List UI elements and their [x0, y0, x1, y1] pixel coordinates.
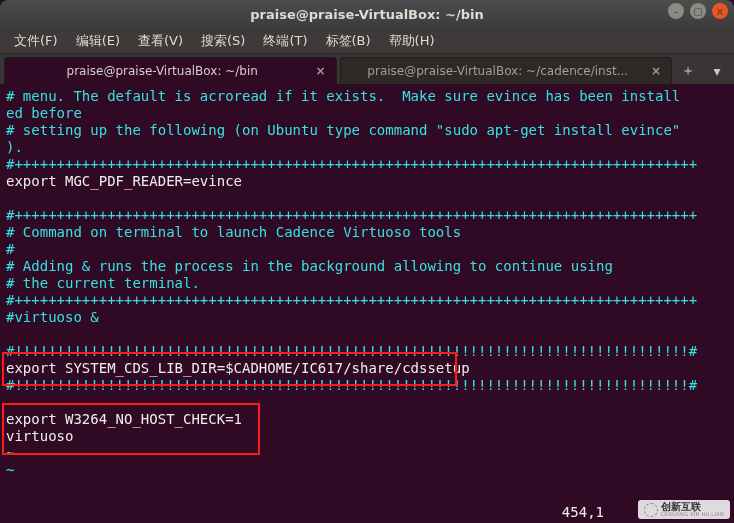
terminal-line: ). — [6, 139, 728, 156]
menu-help[interactable]: 帮助(H) — [381, 30, 443, 52]
watermark-sub: CDXUANG XIN HU LIAN — [661, 512, 724, 517]
menu-view[interactable]: 查看(V) — [130, 30, 191, 52]
window-title: praise@praise-VirtualBox: ~/bin — [250, 7, 483, 22]
terminal-line: # menu. The default is acroread if it ex… — [6, 88, 728, 105]
terminal-line: virtuoso — [6, 428, 728, 445]
maximize-button[interactable]: ▢ — [690, 3, 706, 19]
tab-label: praise@praise-VirtualBox: ~/bin — [15, 64, 309, 78]
terminal-line: #+++++++++++++++++++++++++++++++++++++++… — [6, 207, 728, 224]
terminal-line: #!!!!!!!!!!!!!!!!!!!!!!!!!!!!!!!!!!!!!!!… — [6, 377, 728, 394]
close-icon[interactable]: × — [315, 64, 325, 78]
terminal-line: ed before — [6, 105, 728, 122]
tab-1[interactable]: praise@praise-VirtualBox: ~/bin × — [4, 57, 337, 84]
terminal-line — [6, 394, 728, 411]
terminal-line: # Command on terminal to launch Cadence … — [6, 224, 728, 241]
new-tab-button[interactable]: ＋ — [675, 57, 701, 84]
terminal-line: ~ — [6, 445, 728, 462]
menu-search[interactable]: 搜索(S) — [193, 30, 253, 52]
terminal-line: export MGC_PDF_READER=evince — [6, 173, 728, 190]
terminal-line: ~ — [6, 462, 728, 479]
menu-terminal[interactable]: 终端(T) — [255, 30, 315, 52]
tab-label: praise@praise-VirtualBox: ~/cadence/inst… — [351, 64, 645, 78]
menu-edit[interactable]: 编辑(E) — [68, 30, 128, 52]
menu-bar: 文件(F) 编辑(E) 查看(V) 搜索(S) 终端(T) 标签(B) 帮助(H… — [0, 28, 734, 54]
terminal-line: export W3264_NO_HOST_CHECK=1 — [6, 411, 728, 428]
tab-2[interactable]: praise@praise-VirtualBox: ~/cadence/inst… — [340, 57, 673, 84]
terminal-line: #virtuoso & — [6, 309, 728, 326]
close-button[interactable]: × — [712, 3, 728, 19]
terminal-line: # Adding & runs the process in the backg… — [6, 258, 728, 275]
terminal-line: #+++++++++++++++++++++++++++++++++++++++… — [6, 156, 728, 173]
menu-file[interactable]: 文件(F) — [6, 30, 66, 52]
terminal-line — [6, 326, 728, 343]
terminal-line: # the current terminal. — [6, 275, 728, 292]
close-icon[interactable]: × — [651, 64, 661, 78]
editor-status: 454,1 — [562, 504, 604, 521]
terminal-line: #!!!!!!!!!!!!!!!!!!!!!!!!!!!!!!!!!!!!!!!… — [6, 343, 728, 360]
terminal-line: #+++++++++++++++++++++++++++++++++++++++… — [6, 292, 728, 309]
terminal-viewport[interactable]: # menu. The default is acroread if it ex… — [0, 84, 734, 523]
window-controls: – ▢ × — [668, 3, 728, 19]
terminal-line: export SYSTEM_CDS_LIB_DIR=$CADHOME/IC617… — [6, 360, 728, 377]
tab-menu-button[interactable]: ▾ — [704, 57, 730, 84]
window-titlebar: praise@praise-VirtualBox: ~/bin – ▢ × — [0, 0, 734, 28]
minimize-button[interactable]: – — [668, 3, 684, 19]
watermark-logo-icon — [644, 503, 658, 517]
watermark: 创新互联 CDXUANG XIN HU LIAN — [638, 500, 730, 519]
terminal-line: # setting up the following (on Ubuntu ty… — [6, 122, 728, 139]
terminal-line — [6, 190, 728, 207]
terminal-line: # — [6, 241, 728, 258]
menu-tabs[interactable]: 标签(B) — [318, 30, 379, 52]
tab-bar: praise@praise-VirtualBox: ~/bin × praise… — [0, 54, 734, 84]
